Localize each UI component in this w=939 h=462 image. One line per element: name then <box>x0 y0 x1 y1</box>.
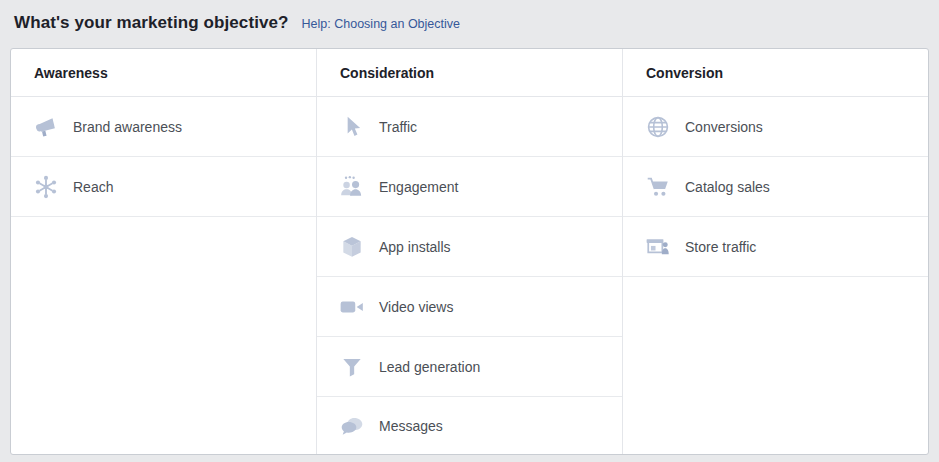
column-conversion: Conversion Conversions <box>622 49 928 454</box>
cursor-icon <box>339 114 365 140</box>
cube-icon <box>339 234 365 260</box>
objective-table: Awareness Brand awareness <box>10 48 929 455</box>
objective-label: Lead generation <box>379 359 480 375</box>
column-awareness: Awareness Brand awareness <box>11 49 316 454</box>
empty-cell <box>623 277 928 454</box>
objective-label: Brand awareness <box>73 119 182 135</box>
page-header: What's your marketing objective? Help: C… <box>0 0 939 46</box>
page-title: What's your marketing objective? <box>14 13 289 33</box>
column-header-consideration: Consideration <box>317 49 622 97</box>
network-spokes-icon <box>33 174 59 200</box>
objective-label: Video views <box>379 299 453 315</box>
funnel-icon <box>339 354 365 380</box>
objective-label: App installs <box>379 239 451 255</box>
help-link[interactable]: Help: Choosing an Objective <box>302 17 460 31</box>
column-consideration: Consideration Traffic <box>316 49 622 454</box>
objective-traffic[interactable]: Traffic <box>317 97 622 157</box>
objective-label: Store traffic <box>685 239 756 255</box>
video-camera-icon <box>339 294 365 320</box>
objective-store-traffic[interactable]: Store traffic <box>623 217 928 277</box>
objective-label: Conversions <box>685 119 763 135</box>
empty-cell <box>11 217 316 454</box>
people-icon <box>339 174 365 200</box>
chat-bubbles-icon <box>339 413 365 439</box>
megaphone-icon <box>33 114 59 140</box>
objective-label: Engagement <box>379 179 458 195</box>
globe-icon <box>645 114 671 140</box>
objective-lead-generation[interactable]: Lead generation <box>317 337 622 397</box>
column-header-awareness: Awareness <box>11 49 316 97</box>
shopping-cart-icon <box>645 174 671 200</box>
objective-label: Traffic <box>379 119 417 135</box>
objective-label: Reach <box>73 179 113 195</box>
objective-brand-awareness[interactable]: Brand awareness <box>11 97 316 157</box>
column-header-conversion: Conversion <box>623 49 928 97</box>
objective-catalog-sales[interactable]: Catalog sales <box>623 157 928 217</box>
objective-app-installs[interactable]: App installs <box>317 217 622 277</box>
objective-reach[interactable]: Reach <box>11 157 316 217</box>
objective-messages[interactable]: Messages <box>317 397 622 454</box>
objective-label: Catalog sales <box>685 179 770 195</box>
objective-label: Messages <box>379 418 443 434</box>
objective-video-views[interactable]: Video views <box>317 277 622 337</box>
storefront-icon <box>645 234 671 260</box>
objective-engagement[interactable]: Engagement <box>317 157 622 217</box>
objective-conversions[interactable]: Conversions <box>623 97 928 157</box>
